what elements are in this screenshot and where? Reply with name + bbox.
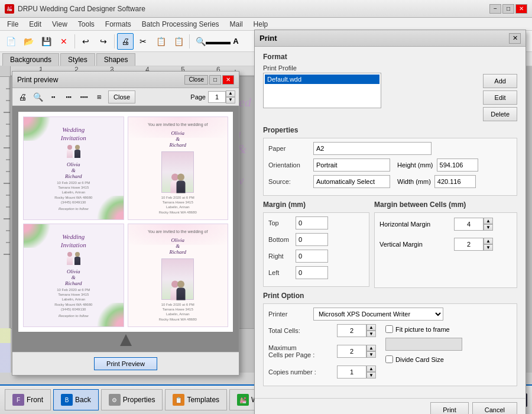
new-button[interactable]: 📄 xyxy=(2,33,19,50)
fit-picture-label: Fit picture to frame xyxy=(395,326,450,333)
tab-styles[interactable]: Styles xyxy=(60,53,95,66)
horiz-margin-up[interactable]: ▲ xyxy=(484,218,493,224)
total-cells-up[interactable]: ▲ xyxy=(366,324,376,331)
max-cells-input[interactable] xyxy=(337,345,366,358)
bottom-tab-back[interactable]: B Back xyxy=(53,389,99,410)
copies-input[interactable] xyxy=(337,366,366,379)
print-option-box: Printer Microsoft XPS Document Writer To… xyxy=(263,303,517,386)
copies-down[interactable]: ▼ xyxy=(366,372,376,379)
page-label: Page xyxy=(190,93,206,101)
card1-details: 10 Feb 2020 at 6 PMTamara Howe 3415Label… xyxy=(54,180,92,205)
page-up-button[interactable]: ▲ xyxy=(226,90,235,97)
horiz-margin-down[interactable]: ▼ xyxy=(484,224,493,231)
profile-item-default[interactable]: Default.wdd xyxy=(265,75,379,84)
text-button[interactable]: A xyxy=(228,33,244,50)
tab-backgrounds[interactable]: Backgrounds xyxy=(2,53,59,66)
minimize-button[interactable]: − xyxy=(489,4,501,14)
margin-top-input[interactable] xyxy=(296,216,328,229)
open-button[interactable]: 📂 xyxy=(20,33,37,50)
margin-bottom-label: Bottom xyxy=(268,236,292,243)
total-cells-down[interactable]: ▼ xyxy=(366,331,376,337)
bottom-tab-templates[interactable]: 📋 Templates xyxy=(165,389,227,410)
printer-select[interactable]: Microsoft XPS Document Writer xyxy=(313,308,443,321)
page-spinner[interactable]: 1 ▲ ▼ xyxy=(208,90,235,104)
preview-zoom-icon[interactable]: 🔍 xyxy=(31,90,44,104)
close-file-button[interactable]: ✕ xyxy=(56,33,72,50)
tab-shapes[interactable]: Shapes xyxy=(96,53,136,66)
paste-button[interactable]: 📋 xyxy=(170,33,187,50)
edit-profile-button[interactable]: Edit xyxy=(483,90,517,105)
width-input[interactable] xyxy=(434,175,476,188)
preview-view4-icon[interactable]: ⊞ xyxy=(93,90,106,104)
height-input[interactable] xyxy=(437,159,478,172)
vert-margin-spinner[interactable]: ▲ ▼ xyxy=(454,238,493,251)
max-cells-spinner[interactable]: ▲ ▼ xyxy=(337,345,376,358)
max-cells-up[interactable]: ▲ xyxy=(366,345,376,351)
redo-button[interactable]: ↪ xyxy=(95,33,112,50)
orientation-input[interactable] xyxy=(313,159,390,172)
menu-help[interactable]: Help xyxy=(249,19,273,30)
page-number-input[interactable]: 1 xyxy=(208,91,226,103)
window-close-button[interactable]: ✕ xyxy=(515,4,527,14)
bottom-tab-properties[interactable]: ⚙ Properties xyxy=(101,389,163,410)
preview-view3-icon[interactable]: ▪▪▪▪ xyxy=(77,90,90,104)
source-input[interactable] xyxy=(313,175,390,188)
maximize-button[interactable]: □ xyxy=(502,4,514,14)
card3-floral-tl xyxy=(24,224,50,248)
preview-close-button[interactable]: ✕ xyxy=(222,75,234,85)
vert-margin-up[interactable]: ▲ xyxy=(484,238,493,244)
fit-picture-checkbox[interactable] xyxy=(385,325,393,333)
save-button[interactable]: 💾 xyxy=(38,33,54,50)
back-tab-label: Back xyxy=(75,396,91,404)
paper-input[interactable] xyxy=(313,142,432,155)
page-down-button[interactable]: ▼ xyxy=(226,97,235,104)
card4-couple: Olivia&Richard xyxy=(169,237,186,255)
cells-options: Total Cells: ▲ ▼ MaximumCells per Page : xyxy=(268,324,376,382)
fit-picture-dropdown[interactable] xyxy=(385,338,462,351)
margin-bottom-input[interactable] xyxy=(296,233,328,246)
preview-close-btn[interactable]: Close xyxy=(108,90,135,104)
preview-print-icon[interactable]: 🖨 xyxy=(16,90,29,104)
print-button[interactable]: 🖨 xyxy=(117,33,134,50)
vert-margin-down[interactable]: ▼ xyxy=(484,244,493,251)
menu-file[interactable]: File xyxy=(2,19,23,30)
horiz-margin-spinner[interactable]: ▲ ▼ xyxy=(454,218,493,231)
preview-minimize-button[interactable]: Close xyxy=(184,75,208,85)
menu-batch[interactable]: Batch Processing Series xyxy=(137,19,224,30)
copies-spinner[interactable]: ▲ ▼ xyxy=(337,366,376,379)
bottom-tab-front[interactable]: F Front xyxy=(5,389,51,410)
menu-view[interactable]: View xyxy=(47,19,72,30)
print-preview-button[interactable]: Print Preview xyxy=(94,357,157,370)
menu-tools[interactable]: Tools xyxy=(73,19,99,30)
groom-figure-2 xyxy=(176,173,185,193)
margin-left-input[interactable] xyxy=(296,266,328,279)
cancel-button[interactable]: Cancel xyxy=(472,402,517,414)
card1-couple: Olivia&Richard xyxy=(65,161,82,179)
copy-button[interactable]: 📋 xyxy=(153,33,169,50)
horiz-margin-input[interactable] xyxy=(454,218,484,231)
print-final-button[interactable]: Print xyxy=(430,402,469,414)
cut-button[interactable]: ✂ xyxy=(135,33,151,50)
preview-restore-button[interactable]: □ xyxy=(209,75,221,85)
delete-profile-button[interactable]: Delete xyxy=(483,107,517,121)
toolbar-separator-1 xyxy=(74,34,75,48)
preview-view2-icon[interactable]: ▪▪▪ xyxy=(62,90,75,104)
copies-up[interactable]: ▲ xyxy=(366,366,376,372)
ruler-vertical xyxy=(0,77,11,328)
total-cells-input[interactable] xyxy=(337,324,366,337)
print-dialog-close-button[interactable]: ✕ xyxy=(509,33,521,44)
menu-mail[interactable]: Mail xyxy=(225,19,248,30)
max-cells-down[interactable]: ▼ xyxy=(366,351,376,358)
barcode-button[interactable]: ▬▬▬ xyxy=(210,33,226,50)
menu-formats[interactable]: Formats xyxy=(100,19,136,30)
total-cells-spinner[interactable]: ▲ ▼ xyxy=(337,324,376,337)
preview-view1-icon[interactable]: ▪▪ xyxy=(47,90,60,104)
add-profile-button[interactable]: Add xyxy=(483,74,517,88)
menu-edit[interactable]: Edit xyxy=(24,19,46,30)
card2-invite-text: You are invited to the wedding of xyxy=(148,122,207,128)
margin-right-input[interactable] xyxy=(296,250,328,263)
total-cells-row: Total Cells: ▲ ▼ xyxy=(268,324,376,337)
vert-margin-input[interactable] xyxy=(454,238,484,251)
divide-card-checkbox[interactable] xyxy=(385,355,393,363)
undo-button[interactable]: ↩ xyxy=(77,33,94,50)
